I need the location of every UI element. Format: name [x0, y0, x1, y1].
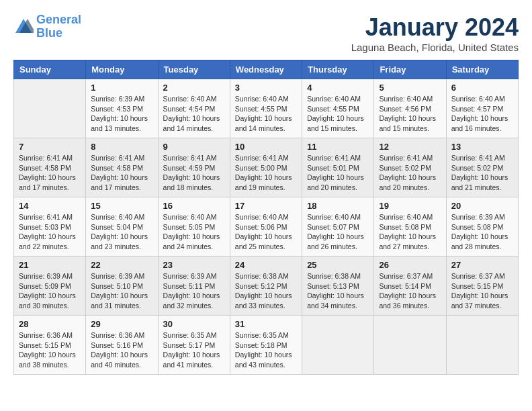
day-number: 17 [235, 201, 297, 211]
day-number: 7 [19, 142, 81, 152]
table-row: 9Sunrise: 6:41 AMSunset: 4:59 PMDaylight… [158, 138, 230, 197]
col-saturday: Saturday [446, 60, 518, 79]
table-row: 16Sunrise: 6:40 AMSunset: 5:05 PMDayligh… [158, 197, 230, 257]
day-number: 14 [19, 201, 81, 211]
logo-text: General Blue [36, 13, 81, 40]
table-row: 13Sunrise: 6:41 AMSunset: 5:02 PMDayligh… [446, 138, 518, 197]
day-number: 19 [379, 201, 441, 211]
day-info: Sunrise: 6:39 AMSunset: 5:11 PMDaylight:… [163, 271, 225, 311]
day-number: 24 [235, 260, 297, 270]
day-number: 10 [235, 142, 297, 152]
table-row: 29Sunrise: 6:36 AMSunset: 5:16 PMDayligh… [86, 316, 158, 375]
day-number: 30 [163, 319, 225, 329]
day-info: Sunrise: 6:36 AMSunset: 5:16 PMDaylight:… [91, 330, 152, 370]
day-info: Sunrise: 6:41 AMSunset: 5:00 PMDaylight:… [235, 153, 297, 193]
day-number: 23 [163, 260, 225, 270]
col-tuesday: Tuesday [158, 60, 230, 79]
day-info: Sunrise: 6:41 AMSunset: 5:03 PMDaylight:… [19, 212, 81, 252]
day-number: 15 [91, 201, 152, 211]
day-info: Sunrise: 6:41 AMSunset: 5:02 PMDaylight:… [451, 153, 513, 193]
day-info: Sunrise: 6:37 AMSunset: 5:14 PMDaylight:… [379, 271, 441, 311]
day-number: 11 [307, 142, 369, 152]
table-row: 19Sunrise: 6:40 AMSunset: 5:08 PMDayligh… [374, 197, 446, 257]
day-number: 22 [91, 260, 152, 270]
table-row: 14Sunrise: 6:41 AMSunset: 5:03 PMDayligh… [14, 197, 86, 257]
day-info: Sunrise: 6:39 AMSunset: 5:10 PMDaylight:… [91, 271, 152, 311]
day-info: Sunrise: 6:40 AMSunset: 5:05 PMDaylight:… [163, 212, 225, 252]
logo-icon [13, 17, 34, 37]
day-number: 3 [235, 83, 297, 93]
day-info: Sunrise: 6:39 AMSunset: 4:53 PMDaylight:… [91, 94, 152, 134]
table-row: 17Sunrise: 6:40 AMSunset: 5:06 PMDayligh… [230, 197, 302, 257]
table-row: 2Sunrise: 6:40 AMSunset: 4:54 PMDaylight… [158, 79, 230, 138]
table-row [446, 316, 518, 375]
col-thursday: Thursday [302, 60, 374, 79]
table-row: 1Sunrise: 6:39 AMSunset: 4:53 PMDaylight… [86, 79, 158, 138]
table-row: 11Sunrise: 6:41 AMSunset: 5:01 PMDayligh… [302, 138, 374, 197]
day-info: Sunrise: 6:41 AMSunset: 5:02 PMDaylight:… [379, 153, 441, 193]
table-row: 20Sunrise: 6:39 AMSunset: 5:08 PMDayligh… [446, 197, 518, 257]
day-number: 27 [451, 260, 513, 270]
page-header: General Blue January 2024 Laguna Beach, … [13, 13, 519, 53]
col-friday: Friday [374, 60, 446, 79]
day-info: Sunrise: 6:38 AMSunset: 5:12 PMDaylight:… [235, 271, 297, 311]
table-row: 24Sunrise: 6:38 AMSunset: 5:12 PMDayligh… [230, 257, 302, 316]
table-row [14, 79, 86, 138]
day-number: 1 [91, 83, 152, 93]
table-row: 18Sunrise: 6:40 AMSunset: 5:07 PMDayligh… [302, 197, 374, 257]
table-row: 28Sunrise: 6:36 AMSunset: 5:15 PMDayligh… [14, 316, 86, 375]
day-number: 20 [451, 201, 513, 211]
col-wednesday: Wednesday [230, 60, 302, 79]
day-info: Sunrise: 6:40 AMSunset: 5:06 PMDaylight:… [235, 212, 297, 252]
calendar-body: 1Sunrise: 6:39 AMSunset: 4:53 PMDaylight… [14, 79, 519, 375]
day-number: 8 [91, 142, 152, 152]
day-number: 28 [19, 319, 81, 329]
table-row: 3Sunrise: 6:40 AMSunset: 4:55 PMDaylight… [230, 79, 302, 138]
calendar-header-row: Sunday Monday Tuesday Wednesday Thursday… [14, 60, 519, 79]
table-row: 23Sunrise: 6:39 AMSunset: 5:11 PMDayligh… [158, 257, 230, 316]
day-number: 6 [451, 83, 513, 93]
table-row: 27Sunrise: 6:37 AMSunset: 5:15 PMDayligh… [446, 257, 518, 316]
day-number: 31 [235, 319, 297, 329]
table-row: 26Sunrise: 6:37 AMSunset: 5:14 PMDayligh… [374, 257, 446, 316]
day-info: Sunrise: 6:40 AMSunset: 4:57 PMDaylight:… [451, 94, 513, 134]
day-number: 4 [307, 83, 369, 93]
calendar-week-5: 28Sunrise: 6:36 AMSunset: 5:15 PMDayligh… [14, 316, 519, 375]
day-number: 13 [451, 142, 513, 152]
table-row: 25Sunrise: 6:38 AMSunset: 5:13 PMDayligh… [302, 257, 374, 316]
day-info: Sunrise: 6:37 AMSunset: 5:15 PMDaylight:… [451, 271, 513, 311]
day-number: 12 [379, 142, 441, 152]
table-row: 4Sunrise: 6:40 AMSunset: 4:55 PMDaylight… [302, 79, 374, 138]
day-info: Sunrise: 6:40 AMSunset: 5:04 PMDaylight:… [91, 212, 152, 252]
day-info: Sunrise: 6:41 AMSunset: 5:01 PMDaylight:… [307, 153, 369, 193]
day-number: 25 [307, 260, 369, 270]
table-row: 22Sunrise: 6:39 AMSunset: 5:10 PMDayligh… [86, 257, 158, 316]
col-monday: Monday [86, 60, 158, 79]
day-info: Sunrise: 6:35 AMSunset: 5:18 PMDaylight:… [235, 330, 297, 370]
day-number: 2 [163, 83, 225, 93]
day-info: Sunrise: 6:38 AMSunset: 5:13 PMDaylight:… [307, 271, 369, 311]
day-number: 16 [163, 201, 225, 211]
table-row: 7Sunrise: 6:41 AMSunset: 4:58 PMDaylight… [14, 138, 86, 197]
col-sunday: Sunday [14, 60, 86, 79]
calendar-week-4: 21Sunrise: 6:39 AMSunset: 5:09 PMDayligh… [14, 257, 519, 316]
day-number: 5 [379, 83, 441, 93]
day-info: Sunrise: 6:40 AMSunset: 5:07 PMDaylight:… [307, 212, 369, 252]
table-row: 6Sunrise: 6:40 AMSunset: 4:57 PMDaylight… [446, 79, 518, 138]
calendar-table: Sunday Monday Tuesday Wednesday Thursday… [13, 60, 519, 375]
calendar-week-3: 14Sunrise: 6:41 AMSunset: 5:03 PMDayligh… [14, 197, 519, 257]
day-info: Sunrise: 6:40 AMSunset: 4:56 PMDaylight:… [379, 94, 441, 134]
day-info: Sunrise: 6:35 AMSunset: 5:17 PMDaylight:… [163, 330, 225, 370]
table-row: 15Sunrise: 6:40 AMSunset: 5:04 PMDayligh… [86, 197, 158, 257]
day-number: 29 [91, 319, 152, 329]
day-info: Sunrise: 6:39 AMSunset: 5:09 PMDaylight:… [19, 271, 81, 311]
table-row: 10Sunrise: 6:41 AMSunset: 5:00 PMDayligh… [230, 138, 302, 197]
day-info: Sunrise: 6:40 AMSunset: 4:54 PMDaylight:… [163, 94, 225, 134]
day-info: Sunrise: 6:41 AMSunset: 4:59 PMDaylight:… [163, 153, 225, 193]
logo: General Blue [13, 13, 81, 40]
title-section: January 2024 Laguna Beach, Florida, Unit… [351, 13, 519, 53]
day-info: Sunrise: 6:41 AMSunset: 4:58 PMDaylight:… [91, 153, 152, 193]
table-row: 30Sunrise: 6:35 AMSunset: 5:17 PMDayligh… [158, 316, 230, 375]
day-info: Sunrise: 6:40 AMSunset: 4:55 PMDaylight:… [307, 94, 369, 134]
table-row: 12Sunrise: 6:41 AMSunset: 5:02 PMDayligh… [374, 138, 446, 197]
